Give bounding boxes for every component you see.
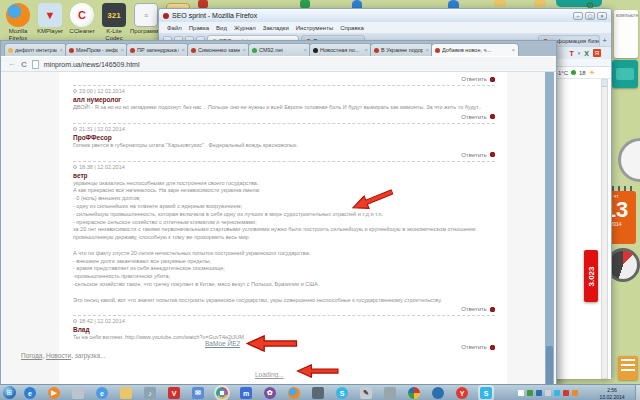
tab-label: ПР запендрюка п... — [137, 47, 179, 53]
taskbar-editor[interactable]: ✎ — [360, 387, 372, 399]
menu-view[interactable]: Вид — [216, 25, 227, 31]
taskbar-explorer-folder[interactable] — [120, 387, 132, 399]
chevron-down-icon[interactable]: ▾ — [578, 50, 581, 56]
firefox-scrollbar[interactable] — [601, 79, 608, 379]
annotation-arrow-loading — [291, 364, 343, 378]
page-scrollbar[interactable] — [545, 72, 554, 391]
firefox-window-title: SEO sprint - Mozilla Firefox — [172, 12, 257, 19]
tab-favicon — [252, 48, 257, 53]
menu-history[interactable]: Журнал — [234, 25, 256, 31]
tab-minprom-info[interactable]: МинПром - инфо... — [65, 43, 128, 56]
scrollbar-thumb[interactable] — [546, 346, 553, 388]
firefox-icon — [6, 3, 30, 27]
show-desktop-button[interactable] — [635, 385, 640, 400]
tray-icon[interactable] — [518, 390, 524, 396]
teal-widget[interactable] — [612, 60, 638, 88]
new-tab-button[interactable]: + — [602, 36, 607, 45]
taskbar-mail[interactable]: ✉ — [192, 387, 204, 399]
comment-author: алл нумеролог — [73, 96, 495, 103]
firefox-titlebar[interactable]: SEO sprint - Mozilla Firefox – ▢ × — [159, 9, 611, 22]
taskbar-color-ball[interactable] — [408, 387, 420, 399]
desktop-icon-firefox[interactable]: Mozilla Firefox — [2, 3, 34, 41]
desktop-icon-partial[interactable] — [198, 0, 208, 8]
desktop-icon-ccleaner[interactable]: C CCleaner — [66, 3, 98, 35]
document-icon: ≡ — [134, 3, 158, 27]
taskbar-volume[interactable]: ♪ — [144, 387, 156, 399]
tray-icon[interactable] — [545, 390, 551, 396]
taskbar-paw-app[interactable]: ✿ — [264, 387, 276, 399]
menu-file[interactable]: Файл — [167, 25, 182, 31]
counter-value: 3.023 — [587, 253, 596, 301]
tab-ukraine[interactable]: В Украине подор... — [370, 43, 433, 56]
tab-pr[interactable]: ПР запендрюка п... — [126, 43, 189, 56]
weather-temp: -1°C — [556, 70, 568, 76]
reply-button[interactable]: Ответить — [73, 76, 495, 82]
desktop-icon-partial[interactable] — [534, 0, 546, 7]
tray-icon[interactable] — [536, 390, 542, 396]
taskbar-media-player[interactable]: ▶ — [48, 387, 60, 399]
desktop-icon-partial[interactable] — [448, 0, 459, 8]
comment-timestamp: 23:00 | 12.02.2014 — [73, 88, 495, 94]
yandex-extension-icon[interactable]: Я — [593, 49, 601, 57]
tray-icon[interactable] — [527, 390, 533, 396]
menu-bookmarks[interactable]: Закладки — [263, 25, 289, 31]
taskbar-blue-ball[interactable] — [432, 387, 444, 399]
taskbar-skype[interactable]: S — [336, 387, 348, 399]
taskbar-clock[interactable]: 2:56 13.02.2014 — [592, 387, 632, 400]
news-link[interactable]: Новости — [46, 352, 71, 359]
taskbar-utility[interactable] — [72, 387, 84, 399]
tab-label: МинПром - инфо... — [76, 47, 118, 53]
sticky-note-widget[interactable]: компьютер — [614, 10, 638, 58]
maximize-button[interactable]: ▢ — [585, 12, 595, 20]
kmplayer-icon: ▼ — [38, 3, 62, 27]
address-bar[interactable]: minprom.ua/news/146509.html — [44, 61, 140, 68]
extension-t-icon[interactable]: T — [570, 50, 574, 57]
menu-tools[interactable]: Инструменты — [296, 25, 333, 31]
tab-cm92[interactable]: СМ92.net — [248, 43, 311, 56]
back-button[interactable]: ← — [8, 60, 16, 68]
taskbar-internet-explorer-2[interactable]: e — [96, 387, 108, 399]
weather-link[interactable]: Погода — [21, 352, 42, 359]
taskbar-internet-explorer[interactable]: e — [24, 387, 36, 399]
tray-icon[interactable] — [563, 390, 569, 396]
menu-edit[interactable]: Правка — [189, 25, 209, 31]
tab-comments-active[interactable]: Добавив новое, ч... — [431, 43, 519, 56]
desktop-icon-partial[interactable] — [494, 0, 506, 7]
tray-icon[interactable] — [554, 390, 560, 396]
taskbar-dark-app[interactable] — [312, 387, 324, 399]
desktop-icon-partial[interactable] — [300, 0, 310, 8]
comment-author: ПроФФесор — [73, 134, 495, 141]
confirmation-link[interactable]: ВаМое ЙЕ2 — [205, 340, 240, 347]
desktop-icon-partial[interactable] — [352, 0, 362, 8]
taskbar-yandex[interactable]: Y — [456, 387, 468, 399]
tab-simonenko[interactable]: Симоненко заме... — [187, 43, 250, 56]
taskbar-kmplayer[interactable]: V — [168, 387, 180, 399]
extension-x-icon[interactable]: X — [584, 50, 589, 57]
tab-news[interactable]: Новостная по... — [309, 43, 372, 56]
taskbar-skype-active[interactable]: S — [480, 387, 492, 399]
reload-button[interactable]: C — [21, 60, 27, 69]
taskbar-printer[interactable] — [384, 387, 396, 399]
desktop-icon-kmplayer[interactable]: ▼ KMPlayer — [34, 3, 66, 35]
tray-icon[interactable] — [572, 390, 578, 396]
status-dot-icon — [571, 70, 576, 75]
desktop-icon-klite[interactable]: 321 K-Lite Codec — [98, 3, 130, 41]
start-button[interactable]: ⊞ — [3, 386, 16, 399]
taskbar-m-app[interactable]: m — [240, 387, 252, 399]
tab-label: Новостная по... — [320, 47, 362, 53]
notepad-widget — [618, 356, 638, 380]
menu-help[interactable]: Справка — [340, 25, 364, 31]
reply-icon — [490, 152, 495, 157]
reply-icon — [490, 345, 495, 350]
reply-button[interactable]: Ответить — [73, 152, 495, 158]
tab-defolt[interactable]: дефолт интеграл... — [4, 43, 67, 56]
reply-button[interactable]: Ответить — [73, 306, 495, 312]
comment-timestamp: 21:31 | 12.02.2014 — [73, 126, 495, 132]
loading-link[interactable]: Loading... — [255, 371, 284, 378]
close-button[interactable]: × — [597, 12, 607, 20]
taskbar-firefox[interactable] — [288, 387, 300, 399]
taskbar-chrome-active[interactable] — [216, 387, 228, 399]
comment-text: Гопник рвется в губернаторы штата "Харьк… — [73, 142, 495, 150]
reply-button[interactable]: Ответить — [73, 114, 495, 120]
minimize-button[interactable]: – — [573, 12, 583, 20]
